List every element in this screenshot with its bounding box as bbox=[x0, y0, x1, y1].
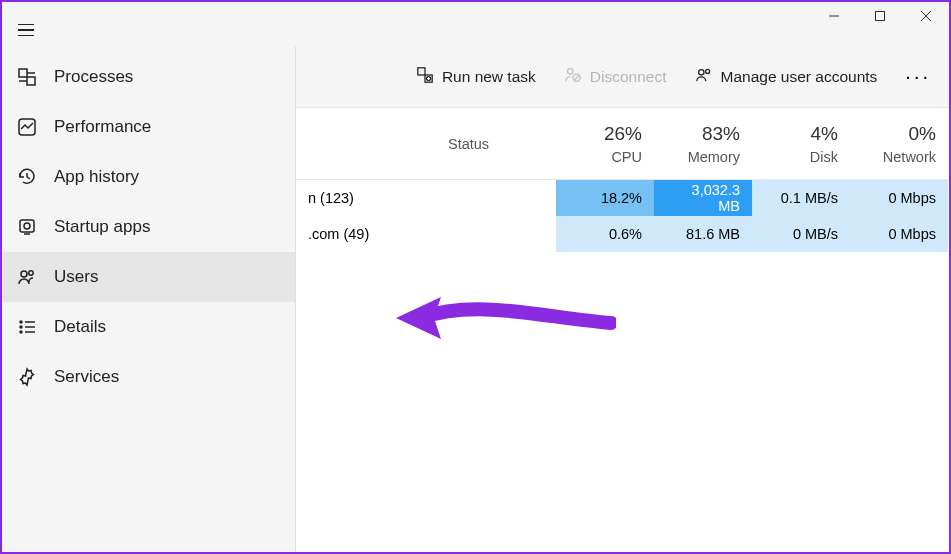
svg-rect-5 bbox=[27, 77, 35, 85]
sidebar-item-label: App history bbox=[54, 167, 139, 187]
maximize-button[interactable] bbox=[857, 2, 903, 30]
column-disk[interactable]: 4% Disk bbox=[752, 108, 850, 179]
sidebar-item-label: Services bbox=[54, 367, 119, 387]
more-options-button[interactable]: ··· bbox=[893, 59, 943, 94]
sidebar-item-label: Startup apps bbox=[54, 217, 150, 237]
cell-memory: 3,032.3 MB bbox=[654, 180, 752, 216]
svg-point-27 bbox=[567, 68, 572, 73]
users-table: Status 26% CPU 83% Memory 4% Disk 0% bbox=[296, 108, 949, 252]
details-icon bbox=[16, 316, 38, 338]
navigation-sidebar: Processes Performance App history Startu… bbox=[2, 46, 296, 552]
svg-marker-32 bbox=[396, 297, 441, 339]
svg-line-29 bbox=[574, 75, 579, 80]
sidebar-item-startup-apps[interactable]: Startup apps bbox=[2, 202, 295, 252]
disconnect-button: Disconnect bbox=[552, 60, 679, 94]
column-status[interactable]: Status bbox=[436, 108, 556, 179]
processes-icon bbox=[16, 66, 38, 88]
sidebar-item-users[interactable]: Users bbox=[2, 252, 295, 302]
main-content: Run new task Disconnect Manage user acco… bbox=[296, 46, 949, 552]
cell-name: .com (49) bbox=[296, 216, 436, 252]
table-row[interactable]: .com (49)0.6%81.6 MB0 MB/s0 Mbps bbox=[296, 216, 949, 252]
window-controls bbox=[811, 2, 949, 30]
sidebar-item-app-history[interactable]: App history bbox=[2, 152, 295, 202]
svg-rect-1 bbox=[876, 12, 885, 21]
cell-cpu: 0.6% bbox=[556, 216, 654, 252]
close-button[interactable] bbox=[903, 2, 949, 30]
svg-point-12 bbox=[24, 223, 30, 229]
cell-network: 0 Mbps bbox=[850, 180, 948, 216]
run-task-icon bbox=[416, 66, 434, 88]
sidebar-item-processes[interactable]: Processes bbox=[2, 52, 295, 102]
sidebar-item-label: Users bbox=[54, 267, 98, 287]
users-icon bbox=[16, 266, 38, 288]
svg-point-31 bbox=[705, 69, 709, 73]
sidebar-item-label: Details bbox=[54, 317, 106, 337]
manage-users-icon bbox=[695, 66, 713, 88]
sidebar-item-services[interactable]: Services bbox=[2, 352, 295, 402]
cell-name: n (123) bbox=[296, 180, 436, 216]
toolbar: Run new task Disconnect Manage user acco… bbox=[296, 46, 949, 108]
services-icon bbox=[16, 366, 38, 388]
cell-memory: 81.6 MB bbox=[654, 216, 752, 252]
disconnect-icon bbox=[564, 66, 582, 88]
column-name[interactable] bbox=[296, 108, 436, 179]
table-header: Status 26% CPU 83% Memory 4% Disk 0% bbox=[296, 108, 949, 180]
sidebar-item-label: Performance bbox=[54, 117, 151, 137]
column-network[interactable]: 0% Network bbox=[850, 108, 948, 179]
run-new-task-button[interactable]: Run new task bbox=[404, 60, 548, 94]
sidebar-item-label: Processes bbox=[54, 67, 133, 87]
svg-rect-22 bbox=[418, 67, 425, 74]
svg-rect-11 bbox=[20, 220, 34, 232]
svg-line-10 bbox=[27, 177, 30, 179]
annotation-arrow bbox=[396, 283, 616, 353]
svg-point-18 bbox=[20, 331, 22, 333]
svg-point-16 bbox=[20, 321, 22, 323]
svg-point-15 bbox=[29, 271, 33, 275]
performance-icon bbox=[16, 116, 38, 138]
sidebar-item-details[interactable]: Details bbox=[2, 302, 295, 352]
svg-point-30 bbox=[698, 69, 703, 74]
cell-disk: 0.1 MB/s bbox=[752, 180, 850, 216]
column-memory[interactable]: 83% Memory bbox=[654, 108, 752, 179]
cell-cpu: 18.2% bbox=[556, 180, 654, 216]
startup-icon bbox=[16, 216, 38, 238]
table-body: n (123)18.2%3,032.3 MB0.1 MB/s0 Mbps.com… bbox=[296, 180, 949, 252]
hamburger-menu-button[interactable] bbox=[8, 12, 44, 48]
minimize-button[interactable] bbox=[811, 2, 857, 30]
svg-point-14 bbox=[21, 271, 27, 277]
cell-status bbox=[436, 216, 556, 252]
manage-user-accounts-button[interactable]: Manage user accounts bbox=[683, 60, 890, 94]
table-row[interactable]: n (123)18.2%3,032.3 MB0.1 MB/s0 Mbps bbox=[296, 180, 949, 216]
cell-status bbox=[436, 180, 556, 216]
column-cpu[interactable]: 26% CPU bbox=[556, 108, 654, 179]
svg-point-17 bbox=[20, 326, 22, 328]
svg-rect-4 bbox=[19, 69, 27, 77]
cell-disk: 0 MB/s bbox=[752, 216, 850, 252]
task-manager-window: Processes Performance App history Startu… bbox=[0, 0, 951, 554]
history-icon bbox=[16, 166, 38, 188]
title-bar bbox=[2, 2, 949, 46]
sidebar-item-performance[interactable]: Performance bbox=[2, 102, 295, 152]
cell-network: 0 Mbps bbox=[850, 216, 948, 252]
